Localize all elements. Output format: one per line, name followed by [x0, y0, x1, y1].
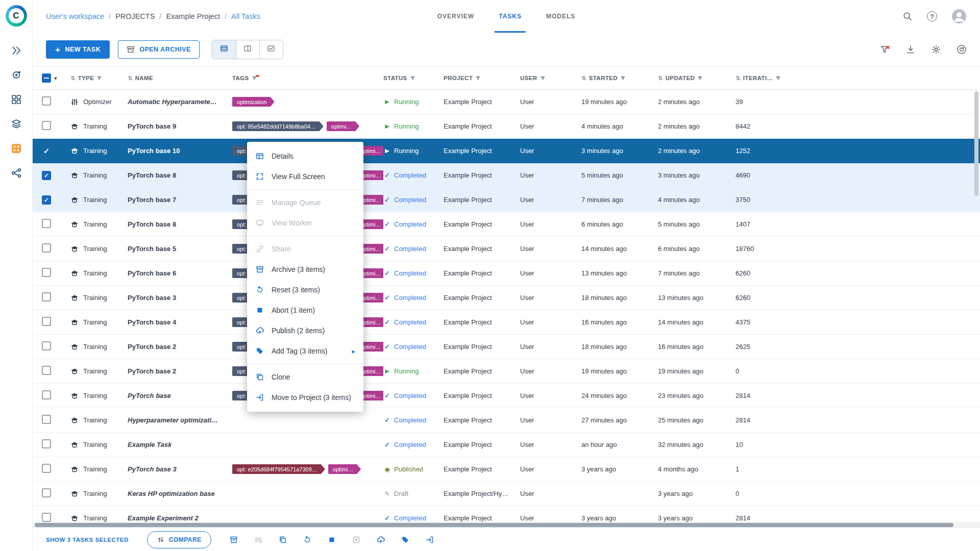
download-icon[interactable]	[905, 44, 916, 55]
select-all-checkbox[interactable]	[42, 73, 51, 83]
task-name[interactable]: PyTorch base 2	[128, 343, 232, 350]
task-name[interactable]: PyTorch base 8	[128, 171, 232, 179]
filter-icon[interactable]	[475, 76, 481, 81]
tab-overview[interactable]: OVERVIEW	[437, 0, 474, 33]
filter-icon[interactable]	[697, 76, 703, 81]
task-name[interactable]: PyTorch base 4	[128, 318, 232, 326]
task-tag[interactable]: opt: e205d684f7954571a7309…	[232, 464, 325, 474]
table-row[interactable]: Training PyTorch base 9 opt: 85e5482ddd7…	[33, 114, 980, 139]
row-checkbox[interactable]: ✓	[42, 195, 51, 205]
filter-icon[interactable]	[540, 76, 546, 81]
sort-icon[interactable]: ⇅	[736, 75, 741, 82]
task-name[interactable]: Example Experiment 2	[128, 514, 232, 522]
filter-icon[interactable]	[96, 76, 102, 81]
breadcrumb-user-s-workspace[interactable]: User's workspace	[46, 12, 104, 20]
breadcrumb-all-tasks[interactable]: All Tasks	[231, 12, 260, 20]
row-checkbox[interactable]: ✓	[42, 171, 51, 180]
table-row[interactable]: Training PyTorch base 8 opt: …optimi… ✓ …	[33, 212, 980, 237]
table-row[interactable]: Training PyTorch base 5 opt: …optimi… ✓ …	[33, 237, 980, 261]
select-all-dropdown-icon[interactable]: ▾	[54, 75, 57, 82]
table-row[interactable]: Training PyTorch base 3 opt: e205d684f79…	[33, 457, 980, 482]
menu-item-add-tag-3-items[interactable]: Add Tag (3 items) ▸	[247, 341, 363, 361]
tab-models[interactable]: MODELS	[546, 0, 575, 33]
row-checkbox[interactable]	[42, 341, 51, 350]
row-checkbox[interactable]	[42, 317, 51, 326]
column-header-user[interactable]: USER	[520, 75, 581, 81]
table-row[interactable]: Training PyTorch base 3 opt: …optimi… ✓ …	[33, 286, 980, 310]
table-row[interactable]: Training PyTorch base opt: …optimi… ✓ Co…	[33, 384, 980, 408]
column-header-updated[interactable]: ⇅ UPDATED	[658, 75, 736, 82]
table-row[interactable]: Training Hyperparameter optimizati… ✓ Co…	[33, 408, 980, 433]
table-row[interactable]: ✓ Training PyTorch base 7 opt: …optimi… …	[33, 188, 980, 212]
task-name[interactable]: PyTorch base 7	[128, 196, 232, 204]
sort-icon[interactable]: ⇅	[70, 75, 76, 82]
footer-archive-icon[interactable]	[230, 536, 238, 544]
menu-item-publish-2-items[interactable]: Publish (2 items)	[247, 320, 363, 341]
row-checkbox[interactable]	[42, 513, 51, 522]
horizontal-scrollbar[interactable]	[35, 523, 953, 527]
show-selected-button[interactable]: SHOW 3 TASKS SELECTED	[46, 537, 129, 543]
menu-item-archive-3-items[interactable]: Archive (3 items)	[247, 259, 363, 280]
task-name[interactable]: PyTorch base 2	[128, 367, 232, 375]
task-name[interactable]: Keras HP optimization base	[128, 490, 232, 497]
column-header-project[interactable]: PROJECT	[444, 75, 520, 81]
split-view-button[interactable]	[236, 40, 259, 59]
footer-clone-icon[interactable]	[279, 536, 287, 544]
row-checkbox[interactable]	[42, 292, 51, 302]
filter-icon[interactable]	[775, 76, 781, 81]
clearml-logo[interactable]: C	[6, 5, 27, 27]
footer-move-icon[interactable]	[426, 536, 434, 544]
table-row[interactable]: ✓ Training PyTorch base 10 opt: …optimi……	[33, 139, 980, 163]
vertical-scrollbar[interactable]	[974, 91, 978, 196]
table-row[interactable]: Training PyTorch base 4 opt: …optimi… ✓ …	[33, 310, 980, 335]
task-name[interactable]: PyTorch base	[128, 392, 232, 399]
menu-item-details[interactable]: Details	[247, 146, 363, 166]
table-row[interactable]: Training Keras HP optimization base ✎ Dr…	[33, 482, 980, 506]
sort-icon[interactable]: ⇅	[128, 75, 133, 82]
menu-item-clone[interactable]: Clone	[247, 367, 363, 387]
table-row[interactable]: Training Example Task ✓ Completed Exampl…	[33, 433, 980, 457]
auto-refresh-icon[interactable]	[957, 44, 967, 55]
task-name[interactable]: Automatic Hyperparamete…	[128, 98, 232, 106]
table-row[interactable]: ✓ Training PyTorch base 8 opt: …optimi… …	[33, 163, 980, 188]
sort-icon[interactable]: ⇅	[658, 75, 663, 82]
user-avatar[interactable]	[951, 9, 967, 24]
table-row[interactable]: Training PyTorch base 2 opt: …optimi… ▶ …	[33, 359, 980, 384]
row-checkbox[interactable]	[42, 439, 51, 448]
sidebar-item-datasets[interactable]	[5, 112, 28, 136]
clear-filters-icon[interactable]	[880, 44, 890, 55]
row-checkbox[interactable]	[42, 366, 51, 375]
sidebar-item-launch[interactable]	[5, 39, 28, 62]
filter-icon[interactable]	[620, 76, 626, 81]
row-checkbox[interactable]	[42, 488, 51, 497]
table-row[interactable]: Training PyTorch base 2 opt: …optimi… ✓ …	[33, 335, 980, 359]
column-header-tags[interactable]: TAGS	[232, 75, 383, 81]
task-name[interactable]: PyTorch base 9	[128, 122, 232, 130]
footer-reset-icon[interactable]	[303, 536, 311, 544]
breadcrumb-projects[interactable]: PROJECTS	[115, 12, 155, 20]
sort-icon[interactable]: ⇅	[581, 75, 586, 82]
sidebar-item-pipelines[interactable]	[5, 161, 28, 185]
column-header-iterati[interactable]: ⇅ ITERATI…	[736, 75, 802, 82]
filter-icon[interactable]	[252, 76, 257, 81]
task-name[interactable]: PyTorch base 10	[128, 147, 232, 155]
task-name[interactable]: Hyperparameter optimizati…	[128, 416, 232, 424]
menu-item-reset-3-items[interactable]: Reset (3 items)	[247, 280, 363, 300]
column-header-name[interactable]: ⇅ NAME	[128, 75, 232, 82]
row-checkbox[interactable]: ✓	[42, 146, 51, 156]
task-tag[interactable]: optimi…	[327, 121, 359, 131]
row-checkbox[interactable]	[42, 390, 51, 399]
table-row[interactable]: Training PyTorch base 6 opt: …optimi… ✓ …	[33, 261, 980, 286]
row-checkbox[interactable]	[42, 464, 51, 473]
task-tag[interactable]: opt: 85e5482ddd7149b8ba04…	[232, 121, 324, 131]
row-checkbox[interactable]	[42, 243, 51, 253]
breadcrumb-example-project[interactable]: Example Project	[166, 12, 220, 20]
help-icon[interactable]: ?	[927, 11, 937, 21]
menu-item-abort-1-item[interactable]: Abort (1 item)	[247, 300, 363, 320]
open-archive-button[interactable]: OPEN ARCHIVE	[118, 40, 200, 59]
row-checkbox[interactable]	[42, 121, 51, 130]
menu-item-move-to-project-3-items[interactable]: Move to Project (3 items)	[247, 387, 363, 408]
task-name[interactable]: Example Task	[128, 441, 232, 448]
column-header-type[interactable]: ⇅ TYPE	[70, 75, 128, 82]
row-checkbox[interactable]	[42, 415, 51, 424]
